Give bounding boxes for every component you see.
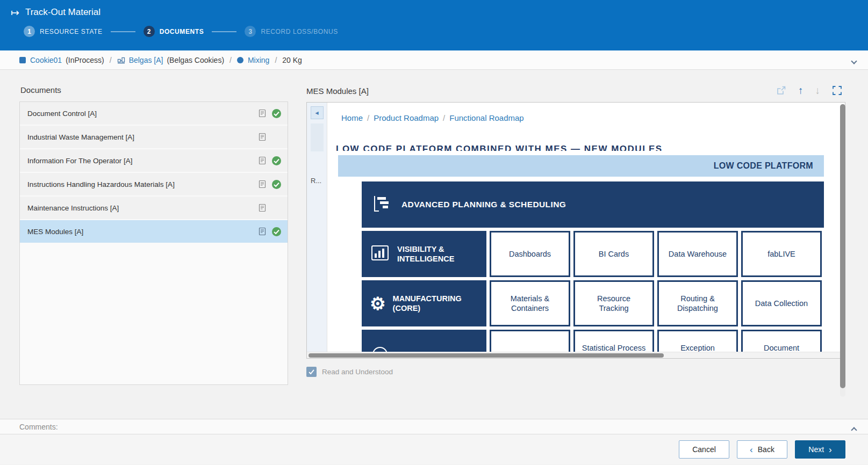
open-in-new-window-icon[interactable] [776,85,786,96]
breadcrumb-separator: / [367,113,369,122]
horizontal-scrollbar-thumb[interactable] [309,353,664,358]
horizontal-scrollbar [307,352,845,358]
breadcrumb-product-roadmap-link[interactable]: Product Roadmap [374,113,439,122]
document-preview-icon [258,204,267,212]
document-label: Industrial Waste Management [A] [27,133,253,141]
viewer-side-strip: ◀ R... [307,103,327,358]
cancel-button[interactable]: Cancel [679,440,729,459]
low-code-platform-banner: LOW CODE PLATFORM [338,155,824,177]
context-bar: Cookie01 (InProcess) / Belgas [A] (Belga… [0,50,868,70]
next-document-icon[interactable]: ↓ [815,85,821,96]
read-check-icon [272,156,281,165]
step-connector [111,31,135,32]
module-cell: BI Cards [573,231,654,277]
document-list-item[interactable]: Information For The Operator [A] [20,149,288,173]
wizard-stepper: 1 RESOURCE STATE 2 DOCUMENTS 3 RECORD LO… [0,18,868,37]
crumb-separator: / [275,56,277,64]
step-resource-state[interactable]: 1 RESOURCE STATE [24,26,103,37]
module-cell: Dashboards [490,231,570,277]
step-1-circle: 1 [24,26,35,37]
comments-collapse-button[interactable] [852,425,856,434]
document-label: MES Modules [A] [27,228,253,236]
planning-scheduling-icon [370,192,393,217]
document-preview-icon [258,109,267,118]
previous-document-icon[interactable]: ↑ [798,85,804,96]
resource-link[interactable]: Belgas [A] [129,56,163,64]
context-collapse-button[interactable] [852,56,856,65]
footer-action-bar: Cancel ‹ Back Next › [0,434,868,464]
chevron-left-icon: ‹ [750,445,753,454]
document-viewer-panel: MES Modules [A] ↑ ↓ [306,70,845,419]
documents-panel-title: Documents [20,85,288,95]
read-and-understood-label: Read and Understood [322,368,393,376]
page-title: Track-Out Material [25,7,101,18]
document-list-item-selected[interactable]: MES Modules [A] [20,220,288,244]
module-cell: Routing & Dispatching [657,280,738,326]
document-content: Home/Product Roadmap/Functional Roadmap … [327,103,845,358]
collapsed-tab[interactable]: R... [311,177,321,185]
read-check-icon [272,109,281,118]
track-out-material-window: ↦ Track-Out Material 1 RESOURCE STATE 2 … [0,0,868,465]
aps-banner-label: ADVANCED PLANNING & SCHEDULING [401,200,566,209]
document-label: Document Control [A] [27,110,253,118]
document-breadcrumb: Home/Product Roadmap/Functional Roadmap [327,103,845,122]
track-out-icon: ↦ [11,8,19,18]
documents-panel: Documents Document Control [A] Industria… [19,70,288,419]
diagram-row-visibility: VISIBILITY & INTELLIGENCE Dashboards BI … [362,231,824,277]
breadcrumb-home-link[interactable]: Home [341,113,363,122]
document-preview-icon [258,133,267,141]
step-record-loss-bonus[interactable]: 3 RECORD LOSS/BONUS [245,26,338,37]
cancel-button-label: Cancel [692,445,716,454]
fullscreen-icon[interactable] [832,85,842,96]
next-button[interactable]: Next › [795,440,845,459]
comments-label: Comments: [19,423,58,431]
document-preview-icon [258,227,267,236]
flow-step-link[interactable]: Mixing [248,56,269,64]
documents-list: Document Control [A] Industrial Waste Ma… [19,101,288,385]
module-cell: Resource Tracking [573,280,654,326]
material-icon [19,57,26,63]
document-list-item[interactable]: Maintenance Instructions [A] [20,197,288,220]
crumb-separator: / [229,56,232,64]
step-1-label: RESOURCE STATE [40,28,103,35]
step-icon [237,57,243,63]
resource-description: (Belgas Cookies) [167,56,224,64]
document-label: Maintenance Instructions [A] [27,204,253,212]
vertical-scrollbar-thumb[interactable] [840,104,845,388]
document-preview-icon [258,156,267,165]
chevron-right-icon: › [829,445,832,454]
document-viewer: ◀ R... Home/Product Roadmap/Functional R… [306,102,845,359]
aps-banner: ADVANCED PLANNING & SCHEDULING [362,181,824,228]
material-link[interactable]: Cookie01 [30,56,62,64]
resource-icon [117,56,125,64]
document-label: Instructions Handling Hazardous Material… [27,180,253,188]
read-and-understood-checkbox[interactable] [306,367,317,377]
next-button-label: Next [808,445,824,454]
step-documents[interactable]: 2 DOCUMENTS [144,26,204,37]
material-state: (InProcess) [66,56,104,64]
bar-chart-icon [370,243,390,265]
module-cell: Materials & Containers [490,280,570,326]
module-cell: Data Warehouse [657,231,738,277]
diagram-row-manufacturing: ⚙ MANUFACTURING (CORE) Materials & Conta… [362,280,824,326]
read-check-icon [272,227,281,236]
read-and-understood-row: Read and Understood [306,367,845,377]
viewer-title: MES Modules [A] [306,86,776,96]
group-label: VISIBILITY & INTELLIGENCE [397,244,478,264]
strip-segment [311,123,324,151]
module-cell: Data Collection [741,280,822,326]
document-list-item[interactable]: Instructions Handling Hazardous Material… [20,173,288,197]
back-button[interactable]: ‹ Back [737,440,787,459]
group-cell-manufacturing: ⚙ MANUFACTURING (CORE) [362,280,486,326]
breadcrumb-functional-roadmap-link[interactable]: Functional Roadmap [449,113,523,122]
crumb-separator: / [110,56,112,64]
clipped-document-heading: LOW CODE PLATFORM COMBINED WITH MES — NE… [336,144,845,151]
gear-icon: ⚙ [370,295,386,313]
mes-modules-diagram: LOW CODE PLATFORM ADVANCED PLANN [338,155,824,358]
document-list-item[interactable]: Document Control [A] [20,102,288,126]
quantity-value: 20 Kg [282,56,302,64]
read-check-placeholder [272,133,281,142]
collapse-panel-button[interactable]: ◀ [311,106,324,119]
document-list-item[interactable]: Industrial Waste Management [A] [20,126,288,149]
back-button-label: Back [758,445,774,454]
